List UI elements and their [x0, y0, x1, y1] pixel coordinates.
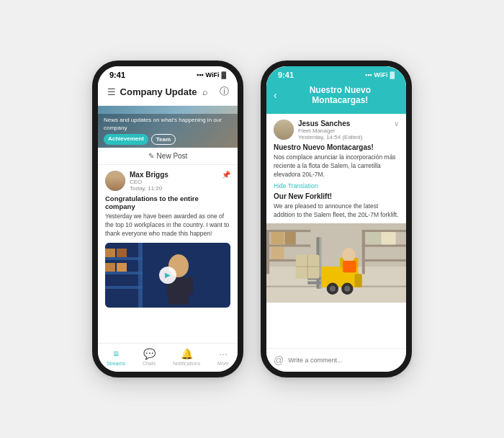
forklift-svg	[266, 223, 406, 303]
nav-more[interactable]: ··· More	[217, 348, 229, 366]
svg-rect-33	[343, 261, 356, 272]
post-card: Max Briggs CEO Today, 11:20 📌 Congratula…	[98, 165, 238, 313]
nav-notifications[interactable]: 🔔 Notifications	[173, 348, 200, 366]
svg-rect-9	[117, 263, 127, 272]
post-detail-body: Nuestro Nuevo Montacargas! Nos complace …	[266, 143, 406, 223]
wifi-icon-2: WiFi	[374, 71, 388, 79]
menu-icon[interactable]: ☰	[105, 85, 118, 98]
svg-point-43	[330, 286, 336, 292]
cover-overlay: News and updates on what's happening in …	[98, 114, 238, 148]
svg-rect-21	[362, 231, 406, 233]
post-detail-header: Jesus Sanches Fleet Manager Yesterday, 1…	[266, 114, 406, 143]
svg-rect-35	[320, 238, 322, 289]
phone-1: 9:41 ▪▪▪ WiFi ▓ ☰ Company Update ⌕ ⓘ	[92, 61, 243, 377]
phone2-title: Nuestro Nuevo Montacargas!	[282, 85, 399, 105]
tag-achievement[interactable]: Achievement	[104, 134, 148, 145]
streams-label: Streams	[107, 361, 125, 366]
phone2-nav: ‹ Nuestro Nuevo Montacargas!	[274, 84, 399, 108]
svg-rect-5	[138, 243, 143, 308]
post-body: Yesterday we have been awarded as one of…	[105, 213, 230, 238]
notifications-icon: 🔔	[181, 348, 193, 359]
time-1: 9:41	[109, 71, 125, 79]
post-title-es: Nuestro Nuevo Montacargas!	[274, 143, 399, 151]
chats-label: Chats	[143, 361, 156, 366]
svg-rect-3	[105, 286, 143, 289]
play-button[interactable]: ▶	[159, 267, 176, 284]
svg-rect-24	[271, 233, 284, 245]
signal-icon: ▪▪▪	[197, 71, 204, 79]
post-body-en: We are pleased to announce the latest ad…	[274, 202, 399, 220]
status-bar-1: 9:41 ▪▪▪ WiFi ▓	[98, 66, 238, 81]
at-icon[interactable]: @	[274, 354, 284, 366]
more-label: More	[217, 361, 229, 366]
svg-rect-18	[266, 245, 310, 247]
svg-rect-8	[105, 263, 115, 272]
svg-rect-2	[105, 272, 143, 274]
phone1-title: Company Update	[120, 86, 197, 97]
phone1-nav-icons: ⌕ ⓘ	[199, 85, 230, 98]
svg-rect-20	[362, 231, 365, 274]
more-icon: ···	[219, 348, 228, 359]
signal-icon-2: ▪▪▪	[365, 71, 372, 79]
svg-rect-37	[307, 282, 320, 285]
edit-icon: ✎	[148, 152, 154, 160]
svg-rect-22	[362, 245, 406, 247]
svg-rect-13	[187, 277, 193, 295]
author-name-2: Jesus Sanches	[298, 120, 390, 128]
phone2-content: Jesus Sanches Fleet Manager Yesterday, 1…	[266, 114, 406, 372]
svg-rect-16	[266, 231, 269, 274]
search-icon[interactable]: ⌕	[199, 85, 212, 98]
post-header: Max Briggs CEO Today, 11:20 📌	[105, 171, 230, 192]
chevron-down-icon[interactable]: ∨	[394, 120, 399, 128]
time-2: 9:41	[278, 71, 294, 79]
avatar-max	[105, 171, 125, 191]
battery-icon: ▓	[221, 71, 226, 79]
status-icons-2: ▪▪▪ WiFi ▓	[365, 71, 395, 79]
forklift-image	[266, 223, 406, 303]
avatar-jesus	[274, 120, 294, 140]
author-role-2: Fleet Manager	[298, 128, 390, 134]
svg-rect-1	[105, 257, 143, 260]
chats-icon: 💬	[143, 348, 156, 359]
svg-point-44	[344, 286, 350, 292]
svg-rect-23	[362, 259, 406, 262]
post-author-role: CEO	[130, 179, 217, 185]
svg-rect-26	[271, 247, 284, 259]
phone2-header: ‹ Nuestro Nuevo Montacargas!	[266, 81, 406, 114]
info-icon[interactable]: ⓘ	[217, 85, 230, 98]
svg-rect-6	[105, 249, 115, 257]
post-date: Today, 11:20	[130, 185, 217, 192]
phone1-nav: ☰ Company Update ⌕ ⓘ	[105, 84, 230, 101]
author-date-2: Yesterday, 14:54 (Edited)	[298, 134, 390, 140]
phone-2: 9:41 ▪▪▪ WiFi ▓ ‹ Nuestro Nuevo Montacar…	[261, 61, 412, 377]
svg-point-32	[342, 248, 355, 262]
post-body-es: Nos complace anunciar la incorporación m…	[274, 153, 399, 179]
svg-rect-45	[355, 274, 362, 287]
comment-bar: @	[266, 348, 406, 372]
back-icon[interactable]: ‹	[274, 89, 277, 101]
battery-icon-2: ▓	[390, 71, 395, 79]
svg-rect-25	[285, 233, 296, 245]
cover-image: News and updates on what's happening in …	[98, 106, 238, 148]
notifications-label: Notifications	[173, 361, 200, 366]
svg-rect-17	[266, 231, 310, 233]
nav-chats[interactable]: 💬 Chats	[143, 348, 156, 366]
pin-icon: 📌	[222, 171, 230, 179]
cover-description: News and updates on what's happening in …	[104, 117, 232, 132]
nav-streams[interactable]: ≡ Streams	[107, 348, 125, 366]
status-bar-2: 9:41 ▪▪▪ WiFi ▓	[266, 66, 406, 81]
bottom-nav: ≡ Streams 💬 Chats 🔔 Notifications ··· Mo…	[98, 343, 238, 372]
tag-team[interactable]: Team	[151, 134, 176, 145]
post-detail-meta: Jesus Sanches Fleet Manager Yesterday, 1…	[298, 120, 390, 140]
status-icons-1: ▪▪▪ WiFi ▓	[197, 71, 226, 79]
post-meta: Max Briggs CEO Today, 11:20	[130, 171, 217, 192]
svg-rect-28	[381, 233, 395, 245]
svg-rect-27	[366, 233, 380, 245]
comment-input[interactable]	[288, 357, 399, 364]
new-post-bar[interactable]: ✎ New Post	[98, 148, 238, 165]
wifi-icon: WiFi	[206, 71, 220, 79]
post-title: Congratulations to the entire company	[105, 195, 230, 210]
post-title-en: Our New Forklift!	[274, 192, 399, 200]
svg-rect-7	[117, 249, 127, 257]
hide-translation-link[interactable]: Hide Translation	[274, 182, 399, 189]
